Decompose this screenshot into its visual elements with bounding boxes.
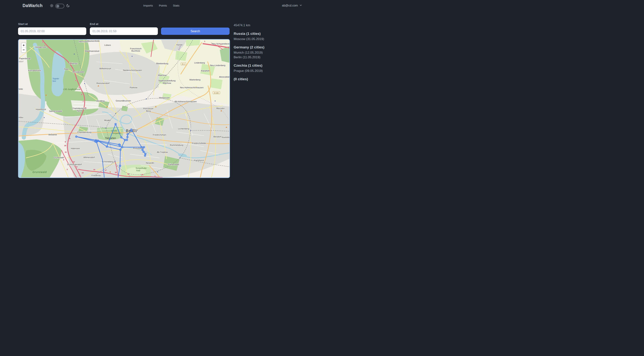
svg-text:4: 4	[73, 68, 74, 70]
theme-toggle-group	[50, 4, 70, 8]
map-label: Wedding	[96, 100, 104, 102]
total-distance: 45474.1 km	[234, 23, 314, 27]
svg-text:10: 10	[64, 144, 66, 147]
map-label: Feld	[136, 169, 140, 172]
route-point-marker[interactable]	[94, 141, 96, 142]
search-button[interactable]: Search	[161, 27, 230, 35]
route-point-marker[interactable]	[127, 133, 128, 135]
route-point-marker[interactable]	[142, 149, 143, 151]
start-at-input[interactable]	[18, 27, 86, 35]
route-point-marker[interactable]	[124, 139, 126, 141]
map-label: Hakenfelde	[19, 88, 23, 90]
map-label: Tegeler	[52, 77, 59, 80]
map-label: Malchow	[163, 82, 171, 84]
svg-text:1: 1	[227, 46, 228, 48]
svg-text:5: 5	[79, 86, 80, 88]
route-point-marker[interactable]	[126, 139, 128, 141]
map-label: Mitte	[133, 129, 138, 131]
moon-icon	[66, 4, 70, 8]
theme-switch[interactable]	[55, 4, 64, 8]
user-menu[interactable]: ab@cd.com	[282, 4, 302, 7]
map-label: Charlottenburg	[77, 131, 91, 133]
route-point-marker[interactable]	[122, 146, 123, 148]
route-point-marker[interactable]	[119, 165, 121, 167]
route-point-marker[interactable]	[106, 146, 108, 147]
svg-text:21: 21	[154, 175, 156, 177]
map-label: Wilhelmsruh	[99, 67, 111, 70]
route-point-marker[interactable]	[119, 144, 121, 146]
nav-imports[interactable]: Imports	[143, 4, 153, 7]
svg-text:2: 2	[63, 159, 64, 161]
map-label: Spandau	[19, 116, 23, 118]
svg-text:8: 8	[85, 107, 86, 109]
route-point-marker[interactable]	[120, 136, 122, 138]
map-label: Lindenberg	[194, 62, 205, 64]
route-point-marker[interactable]	[97, 140, 99, 141]
route-point-marker[interactable]	[143, 146, 145, 148]
map-label: Alt-Treptow	[157, 151, 168, 153]
map-canvas: HermsdorfBlankenfeldeHeiligenseeLübarsWa…	[19, 40, 230, 177]
route-point-marker[interactable]	[126, 136, 128, 138]
map-label: Wilmersdorf	[84, 156, 95, 158]
svg-text:2: 2	[116, 165, 118, 167]
route-point-marker[interactable]	[143, 151, 144, 153]
map-label: Wartenberg	[189, 79, 200, 81]
chevron-down-icon	[300, 4, 302, 7]
city-line: Berlin (11.05.2019)	[234, 55, 314, 59]
svg-text:5: 5	[75, 79, 76, 81]
map-zoom-control: + −	[21, 43, 26, 53]
map-container[interactable]: HermsdorfBlankenfeldeHeiligenseeLübarsWa…	[18, 39, 230, 178]
map-label: Ahrensfelde	[219, 76, 230, 78]
map-label: LSG Jungfernheide	[63, 88, 81, 90]
svg-text:1: 1	[221, 43, 222, 45]
map-label: Haselhorst	[36, 108, 46, 110]
route-point-marker[interactable]	[120, 149, 121, 151]
map-label: Stadtrandsiedlung	[158, 79, 176, 82]
end-at-input[interactable]	[90, 27, 158, 35]
svg-text:9: 9	[65, 141, 66, 143]
map-label: Tegel	[64, 68, 69, 70]
map-label: Friedrichshain	[153, 134, 166, 136]
sun-icon	[50, 4, 54, 8]
zoom-in-button[interactable]: +	[22, 43, 26, 48]
country-header: Czechia (1 cities)	[234, 63, 314, 68]
svg-text:12: 12	[73, 161, 75, 163]
map-label: Neukölln	[146, 162, 154, 164]
svg-text:11: 11	[65, 151, 67, 153]
route-point-marker[interactable]	[144, 155, 146, 156]
svg-text:19: 19	[128, 173, 129, 175]
svg-text:8: 8	[69, 137, 70, 139]
map-label: Konradshöhe	[28, 69, 41, 71]
city-line: Munich (12.05.2019)	[234, 50, 314, 55]
map-label: Große	[111, 130, 117, 132]
app-logo[interactable]: DaWarIch	[22, 3, 43, 8]
svg-text:6: 6	[81, 93, 82, 95]
svg-text:17: 17	[105, 169, 106, 171]
stats-panel: 45474.1 km Russia (1 cities)Moscow (31.0…	[234, 23, 314, 82]
map-label: Neu-Hohenschönhausen	[180, 86, 204, 89]
svg-text:15: 15	[93, 168, 95, 171]
map-label: Karlshorst	[194, 159, 204, 161]
map-label: Westend	[48, 133, 57, 136]
route-point-marker[interactable]	[141, 146, 142, 148]
map-label: Kaulsdorf	[222, 136, 230, 138]
zoom-out-button[interactable]: −	[22, 48, 26, 52]
map-label: Berg	[146, 110, 150, 112]
nav-points[interactable]: Points	[159, 4, 167, 7]
map-label: Lichtenberg	[178, 128, 189, 130]
country-list: Russia (1 cities)Moscow (31.05.2019)Germ…	[234, 32, 314, 81]
route-point-marker[interactable]	[76, 136, 77, 137]
route-point-marker[interactable]	[144, 153, 146, 155]
map-label: Buchholz	[131, 50, 140, 52]
city-line: Moscow (31.05.2019)	[234, 37, 314, 41]
country-header: (0 cities)	[234, 77, 314, 81]
svg-text:20: 20	[142, 174, 143, 176]
map-label: Lübars	[104, 44, 111, 46]
svg-text:B 158: B 158	[214, 92, 218, 94]
map-label: Malchow	[158, 74, 166, 76]
map-label: Französisch	[130, 47, 142, 50]
end-at-label: End at	[90, 22, 98, 25]
route-point-marker[interactable]	[131, 130, 132, 132]
nav-stats[interactable]: Stats	[173, 4, 180, 7]
route-point-marker[interactable]	[115, 123, 116, 125]
